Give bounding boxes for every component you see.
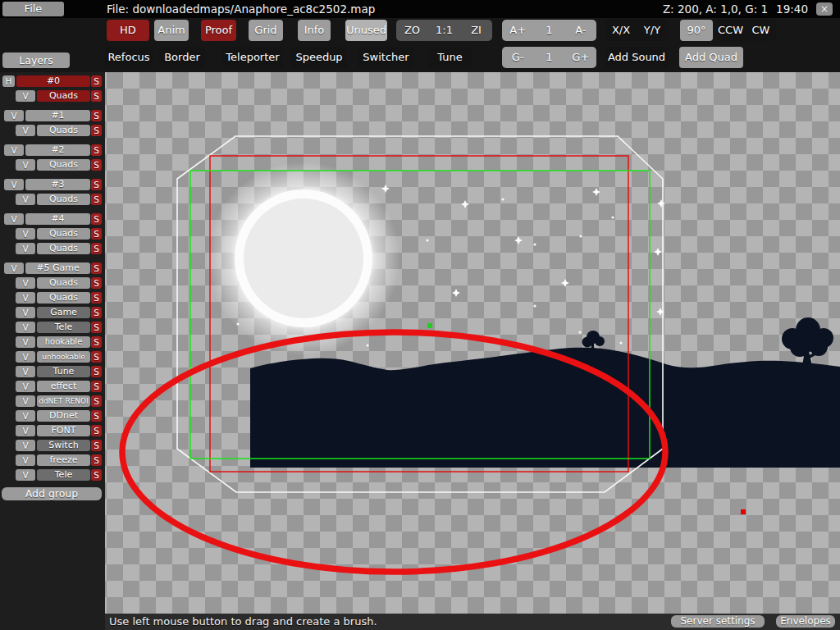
group-label-5-game[interactable]: #5 Game xyxy=(25,262,90,274)
toolbar-button-hd[interactable]: HD xyxy=(107,20,149,41)
settings-badge-game[interactable]: S xyxy=(91,307,102,318)
visibility-toggle-tune[interactable]: V xyxy=(16,366,35,377)
visibility-toggle-quads[interactable]: V xyxy=(16,228,35,240)
layer-label-tune[interactable]: Tune xyxy=(37,366,90,377)
visibility-toggle-ddnet[interactable]: V xyxy=(16,410,35,422)
layer-label-quads[interactable]: Quads xyxy=(37,243,90,254)
settings-badge-2[interactable]: S xyxy=(91,144,102,156)
settings-badge-tune[interactable]: S xyxy=(91,366,102,377)
toolbar-button-90[interactable]: 90° xyxy=(680,20,713,41)
settings-badge-0[interactable]: S xyxy=(91,75,102,87)
visibility-toggle-quads[interactable]: V xyxy=(16,243,35,254)
toolbar-button-unused[interactable]: Unused xyxy=(345,20,387,41)
layers-button[interactable]: Layers xyxy=(2,52,70,68)
layer-label-tele[interactable]: Tele xyxy=(37,469,90,481)
layer-label-hookable[interactable]: hookable xyxy=(37,336,90,348)
settings-badge-4[interactable]: S xyxy=(91,213,102,225)
layer-label-ddnet-renoi[interactable]: ddNET RENOI xyxy=(37,395,90,407)
layer-label-quads[interactable]: Quads xyxy=(37,159,90,171)
toolbar-button-y-y[interactable]: Y/Y xyxy=(637,20,668,41)
layer-label-quads[interactable]: Quads xyxy=(37,125,90,136)
settings-badge-quads[interactable]: S xyxy=(91,228,102,240)
visibility-toggle-tele[interactable]: V xyxy=(16,322,35,333)
visibility-toggle-quads[interactable]: V xyxy=(16,159,35,171)
toolbar-button-tune[interactable]: Tune xyxy=(427,47,472,68)
settings-badge-quads[interactable]: S xyxy=(91,159,102,171)
toolbar-button-add-sound[interactable]: Add Sound xyxy=(605,47,668,68)
visibility-toggle-3[interactable]: V xyxy=(4,179,24,190)
layer-label-freeze[interactable]: freeze xyxy=(37,454,90,466)
envelopes-button[interactable]: Envelopes xyxy=(776,615,835,628)
toolbar-button-add-quad[interactable]: Add Quad xyxy=(679,47,743,68)
map-canvas[interactable] xyxy=(105,72,840,614)
quad-marker-point[interactable] xyxy=(741,509,746,514)
visibility-toggle-quads[interactable]: V xyxy=(16,277,35,289)
visibility-toggle-quads[interactable]: V xyxy=(16,194,35,205)
group-label-2[interactable]: #2 xyxy=(25,144,90,156)
layer-label-quads[interactable]: Quads xyxy=(37,194,90,205)
visibility-toggle-ddnet-renoi[interactable]: V xyxy=(16,395,35,407)
settings-badge-unhookable[interactable]: S xyxy=(91,351,102,363)
toolbar-button-grid[interactable]: Grid xyxy=(249,20,283,41)
toolbar-button-g[interactable]: G- xyxy=(502,47,533,68)
settings-badge-5-game[interactable]: S xyxy=(91,262,102,274)
settings-badge-quads[interactable]: S xyxy=(91,125,102,136)
toolbar-button-a[interactable]: A+ xyxy=(502,20,533,41)
visibility-toggle-quads[interactable]: V xyxy=(16,292,35,304)
settings-badge-freeze[interactable]: S xyxy=(91,454,102,466)
settings-badge-quads[interactable]: S xyxy=(91,277,102,289)
layer-label-tele[interactable]: Tele xyxy=(37,322,90,333)
quad-pivot-point[interactable] xyxy=(427,323,432,328)
settings-badge-quads[interactable]: S xyxy=(91,243,102,254)
visibility-toggle-freeze[interactable]: V xyxy=(16,454,35,466)
layer-label-switch[interactable]: Switch xyxy=(37,440,90,451)
settings-badge-quads[interactable]: S xyxy=(91,194,102,205)
group-label-1[interactable]: #1 xyxy=(25,110,90,121)
layer-label-unhookable[interactable]: unhookable xyxy=(37,351,90,363)
toolbar-button-switcher[interactable]: Switcher xyxy=(358,47,414,68)
server-settings-button[interactable]: Server settings xyxy=(671,615,765,628)
settings-badge-effect[interactable]: S xyxy=(91,381,102,392)
settings-badge-quads[interactable]: S xyxy=(91,292,102,304)
toolbar-button-zi[interactable]: ZI xyxy=(460,20,492,41)
toolbar-button-teleporter[interactable]: Teleporter xyxy=(222,47,283,68)
toolbar-button-1[interactable]: 1 xyxy=(533,47,564,68)
layer-label-font[interactable]: FONT xyxy=(37,425,90,436)
layer-label-effect[interactable]: effect xyxy=(37,381,90,392)
toolbar-button-1-1[interactable]: 1:1 xyxy=(428,20,460,41)
settings-badge-3[interactable]: S xyxy=(91,179,102,190)
settings-badge-quads[interactable]: S xyxy=(91,90,102,102)
settings-badge-font[interactable]: S xyxy=(91,425,102,436)
toolbar-button-info[interactable]: Info xyxy=(298,20,331,41)
visibility-toggle-quads[interactable]: V xyxy=(16,90,35,102)
file-menu-button[interactable]: File xyxy=(2,2,64,16)
visibility-toggle-effect[interactable]: V xyxy=(16,381,35,392)
group-label-4[interactable]: #4 xyxy=(25,213,90,225)
group-label-0[interactable]: #0 xyxy=(16,75,90,87)
visibility-toggle-game[interactable]: V xyxy=(16,307,35,318)
visibility-toggle-tele[interactable]: V xyxy=(16,469,35,481)
layer-label-quads[interactable]: Quads xyxy=(37,228,90,240)
layer-label-game[interactable]: Game xyxy=(37,307,90,318)
settings-badge-switch[interactable]: S xyxy=(91,440,102,451)
toolbar-button-border[interactable]: Border xyxy=(159,47,205,68)
visibility-toggle-quads[interactable]: V xyxy=(16,125,35,136)
group-label-3[interactable]: #3 xyxy=(25,179,90,190)
settings-badge-ddnet-renoi[interactable]: S xyxy=(91,395,102,407)
settings-badge-hookable[interactable]: S xyxy=(91,336,102,348)
layer-label-quads[interactable]: Quads xyxy=(37,292,90,304)
settings-badge-tele[interactable]: S xyxy=(91,469,102,481)
layer-label-quads[interactable]: Quads xyxy=(37,90,90,102)
layer-label-quads[interactable]: Quads xyxy=(37,277,90,289)
toolbar-button-x-x[interactable]: X/X xyxy=(605,20,637,41)
toolbar-button-1[interactable]: 1 xyxy=(533,20,564,41)
visibility-toggle-switch[interactable]: V xyxy=(16,440,35,451)
toolbar-button-a[interactable]: A- xyxy=(565,20,596,41)
close-icon[interactable]: × xyxy=(816,2,833,16)
visibility-toggle-5-game[interactable]: V xyxy=(4,262,24,274)
visibility-toggle-0[interactable]: H xyxy=(2,75,15,87)
visibility-toggle-hookable[interactable]: V xyxy=(16,336,35,348)
toolbar-button-speedup[interactable]: Speedup xyxy=(291,47,347,68)
settings-badge-tele[interactable]: S xyxy=(91,322,102,333)
layer-label-ddnet[interactable]: DDnet xyxy=(37,410,90,422)
